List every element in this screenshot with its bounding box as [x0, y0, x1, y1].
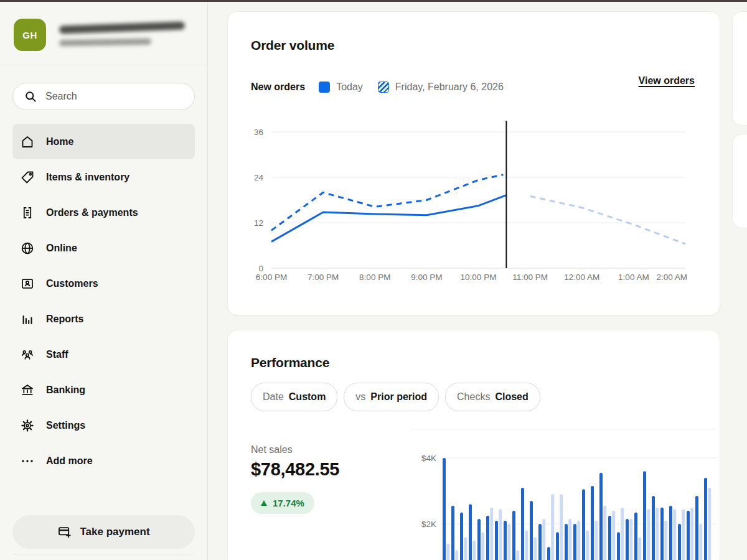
sidebar-bottom-divider: [12, 554, 195, 554]
svg-text:36: 36: [254, 128, 263, 137]
order-volume-legend: New orders Today Friday, February 6, 202…: [251, 82, 519, 93]
sidebar: GH Search Home Items & inventory: [0, 2, 208, 560]
gear-icon: [20, 418, 35, 433]
performance-chart-divider: [411, 429, 716, 429]
order-volume-line-chart: 36241206:00 PM7:00 PM8:00 PM9:00 PM10:00…: [237, 116, 716, 296]
svg-text:24: 24: [254, 173, 264, 182]
net-sales-change-badge: 17.74%: [251, 492, 314, 514]
business-name-redacted: [59, 21, 185, 34]
compare-filter-pill[interactable]: vs Prior period: [344, 383, 439, 411]
sidebar-item-banking[interactable]: Banking: [12, 372, 195, 408]
sidebar-item-online[interactable]: Online: [12, 230, 195, 266]
performance-card: Performance Date Custom vs Prior period …: [227, 330, 720, 560]
bar-chart-icon: [20, 312, 35, 327]
globe-icon: [20, 241, 35, 256]
right-column-partial-card: [732, 134, 747, 228]
right-column-partial-card: [732, 11, 747, 126]
search-input[interactable]: Search: [12, 83, 195, 110]
legend-item-prior-day[interactable]: Friday, February 6, 2026: [378, 82, 504, 93]
sidebar-item-customers[interactable]: Customers: [12, 266, 195, 301]
sidebar-item-add-more[interactable]: Add more: [12, 443, 195, 478]
svg-text:12:00 AM: 12:00 AM: [564, 273, 599, 282]
sidebar-item-staff[interactable]: Staff: [12, 337, 195, 372]
date-filter-pill[interactable]: Date Custom: [251, 383, 337, 411]
svg-text:2:00 AM: 2:00 AM: [656, 273, 687, 282]
view-orders-link[interactable]: View orders: [639, 75, 695, 86]
order-volume-card: Order volume View orders New orders Toda…: [227, 11, 720, 315]
sidebar-nav: Home Items & inventory Orders & payments: [12, 124, 195, 478]
sidebar-item-home[interactable]: Home: [12, 124, 195, 159]
prior-day-hatched-swatch: [378, 82, 389, 93]
business-subtitle-redacted: [59, 39, 151, 47]
receipt-icon: [20, 205, 35, 220]
performance-filters: Date Custom vs Prior period Checks Close…: [251, 383, 540, 411]
customer-card-icon: [20, 276, 35, 291]
take-payment-button[interactable]: Take payment: [12, 515, 195, 549]
net-sales-bar-chart: $4K$2K: [411, 433, 720, 560]
tag-icon: [20, 170, 35, 185]
search-icon: [23, 89, 38, 104]
sidebar-item-reports[interactable]: Reports: [12, 301, 195, 337]
svg-text:12: 12: [254, 218, 263, 228]
svg-text:7:00 PM: 7:00 PM: [308, 273, 339, 282]
svg-text:9:00 PM: 9:00 PM: [411, 273, 442, 282]
card-plus-icon: [57, 525, 72, 539]
home-icon: [20, 134, 35, 149]
bank-icon: [20, 383, 35, 398]
search-placeholder: Search: [45, 91, 77, 102]
performance-title: Performance: [251, 355, 329, 370]
trend-up-icon: [261, 500, 267, 506]
svg-text:1:00 AM: 1:00 AM: [618, 273, 649, 282]
new-orders-label: New orders: [251, 82, 305, 93]
svg-text:11:00 PM: 11:00 PM: [512, 273, 548, 282]
svg-text:10:00 PM: 10:00 PM: [461, 273, 497, 282]
svg-text:$2K: $2K: [421, 520, 436, 529]
svg-text:0: 0: [258, 264, 263, 273]
svg-text:$4K: $4K: [421, 454, 436, 463]
sidebar-item-settings[interactable]: Settings: [12, 408, 195, 443]
svg-text:8:00 PM: 8:00 PM: [359, 273, 390, 282]
sidebar-header: GH: [0, 2, 207, 65]
business-logo[interactable]: GH: [14, 19, 46, 51]
legend-item-today[interactable]: Today: [319, 82, 363, 93]
people-icon: [20, 347, 35, 362]
svg-text:6:00 PM: 6:00 PM: [256, 273, 287, 282]
ellipsis-icon: [20, 454, 35, 469]
order-volume-title: Order volume: [251, 38, 334, 53]
checks-filter-pill[interactable]: Checks Closed: [445, 383, 540, 411]
net-sales-label: Net sales: [251, 444, 293, 455]
net-sales-value: $78,482.55: [251, 459, 339, 480]
today-swatch: [319, 82, 330, 93]
sidebar-item-items-inventory[interactable]: Items & inventory: [12, 159, 195, 195]
sidebar-item-orders-payments[interactable]: Orders & payments: [12, 195, 195, 230]
